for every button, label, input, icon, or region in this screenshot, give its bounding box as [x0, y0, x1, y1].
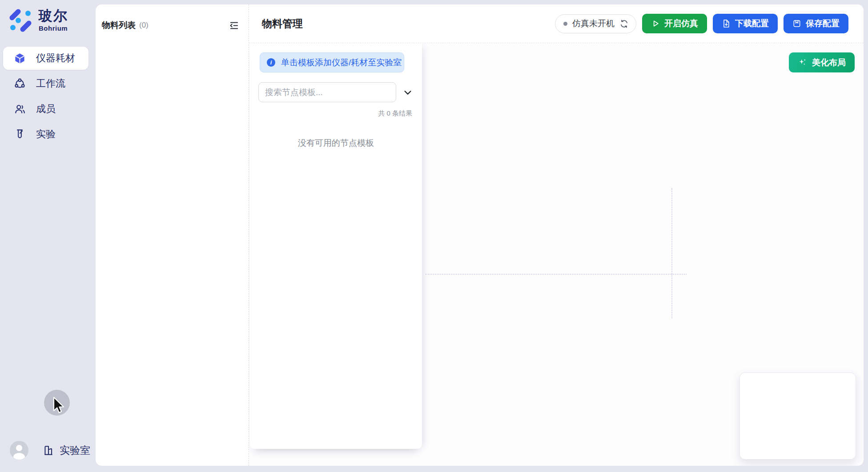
- file-download-icon: [722, 19, 731, 28]
- info-icon: i: [267, 58, 275, 67]
- sidebar-item-label: 工作流: [36, 77, 65, 90]
- header-actions: 仿真未开机 开启仿真 下载配置: [555, 14, 848, 33]
- sidebar-item-label: 实验: [36, 128, 56, 141]
- sidebar-item-label: 成员: [36, 102, 56, 116]
- canvas-guide-vertical: [671, 188, 672, 318]
- brand-logo: 玻尔 Bohrium: [8, 8, 68, 33]
- lab-selector[interactable]: 实验室: [43, 444, 90, 457]
- save-config-button[interactable]: 保存配置: [784, 14, 848, 33]
- user-avatar[interactable]: [10, 441, 28, 460]
- main-header: 物料管理 仿真未开机 开启仿真: [249, 4, 864, 43]
- content-card: 物料列表 (0) 物料管理 仿真未开机: [96, 4, 864, 466]
- layout-canvas[interactable]: i 单击模板添加仪器/耗材至实验室 共 0 条结果 没有可用的节点模板: [249, 43, 864, 466]
- members-icon: [14, 103, 26, 115]
- sidebar-nav: 仪器耗材 工作流 成员: [3, 47, 88, 148]
- template-search-row: [258, 82, 422, 102]
- material-list-header: 物料列表 (0): [96, 4, 249, 31]
- sidebar-item-members[interactable]: 成员: [3, 97, 88, 120]
- sidebar-item-experiment[interactable]: 实验: [3, 123, 88, 146]
- download-config-label: 下载配置: [735, 18, 769, 29]
- simulation-status-label: 仿真未开机: [572, 18, 615, 29]
- template-panel: i 单击模板添加仪器/耗材至实验室 共 0 条结果 没有可用的节点模板: [250, 43, 422, 449]
- save-config-label: 保存配置: [806, 18, 840, 29]
- material-list-panel: 物料列表 (0): [96, 4, 249, 466]
- lab-label: 实验室: [60, 444, 90, 457]
- page-title: 物料管理: [262, 17, 303, 31]
- beautify-layout-button[interactable]: 美化布局: [789, 52, 855, 72]
- simulation-status-chip: 仿真未开机: [555, 14, 636, 33]
- brand-text: 玻尔 Bohrium: [39, 9, 68, 32]
- download-config-button[interactable]: 下载配置: [713, 14, 778, 33]
- search-input[interactable]: [258, 82, 396, 102]
- sidebar-item-workflow[interactable]: 工作流: [3, 72, 88, 95]
- collapse-panel-button[interactable]: [228, 20, 240, 31]
- start-simulation-label: 开启仿真: [664, 18, 698, 29]
- menu-fold-icon: [229, 20, 239, 31]
- material-list-count: (0): [139, 21, 149, 30]
- save-icon: [792, 19, 801, 28]
- canvas-guide-horizontal: [426, 274, 687, 275]
- sparkles-icon: [798, 58, 807, 67]
- template-hint-text: 单击模板添加仪器/耗材至实验室: [281, 57, 402, 68]
- bohrium-logo-icon: [8, 8, 33, 33]
- minimap-panel[interactable]: [739, 372, 856, 460]
- status-dot: [563, 22, 567, 26]
- sidebar-item-label: 仪器耗材: [36, 52, 75, 65]
- cube-icon: [14, 52, 26, 64]
- brand-name-en: Bohrium: [39, 24, 68, 32]
- workflow-icon: [14, 78, 26, 90]
- experiment-icon: [14, 128, 26, 140]
- chevron-down-icon: [403, 88, 413, 97]
- play-icon: [651, 19, 660, 28]
- sidebar-footer: 实验室: [10, 441, 90, 460]
- sidebar-item-instruments[interactable]: 仪器耗材: [3, 47, 88, 70]
- beautify-layout-label: 美化布局: [812, 57, 846, 68]
- template-hint-banner: i 单击模板添加仪器/耗材至实验室: [260, 52, 404, 72]
- expand-filter-button[interactable]: [402, 87, 414, 98]
- refresh-status-button[interactable]: [619, 19, 629, 28]
- material-list-title: 物料列表: [102, 20, 136, 31]
- building-icon: [43, 444, 54, 456]
- empty-templates-text: 没有可用的节点模板: [250, 137, 422, 149]
- result-count: 共 0 条结果: [250, 109, 422, 118]
- click-indicator: [44, 390, 70, 416]
- brand-name-cn: 玻尔: [39, 9, 68, 23]
- start-simulation-button[interactable]: 开启仿真: [642, 14, 707, 33]
- main-column: 物料管理 仿真未开机 开启仿真: [249, 4, 864, 466]
- refresh-icon: [619, 19, 629, 28]
